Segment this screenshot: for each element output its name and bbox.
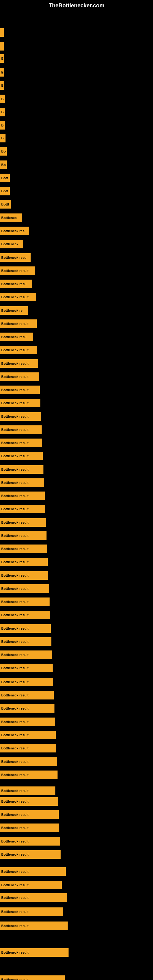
bar-item: Bottleneck result <box>0 731 56 739</box>
bar-item: Bottleneck result <box>0 558 48 566</box>
bar-item: Bottleneck resu <box>0 280 32 288</box>
bar-item: B <box>0 134 5 142</box>
bar-label: Bottleneck result <box>0 505 45 513</box>
bar-item: Bottleneck result <box>0 824 59 832</box>
bar-label: Bottleneck result <box>0 518 46 527</box>
bar-item: B <box>0 108 5 116</box>
bar-item: Bottleneck result <box>0 346 37 354</box>
bar-item: Bottleneck result <box>0 837 60 846</box>
bar-label: Bottleneck result <box>0 663 53 672</box>
bar-item: Bottleneck result <box>0 531 46 540</box>
bar-item: Bottleneck result <box>0 718 55 726</box>
bar-label: Bottleneck result <box>0 452 43 460</box>
bar-label: Bottleneck result <box>0 810 59 819</box>
bar-item: Bottleneck result <box>0 921 68 930</box>
bar-item: Bottl <box>0 200 11 208</box>
bar-item: Bottleneck result <box>0 584 49 593</box>
bar-label: Bottleneck result <box>0 770 57 779</box>
page-wrapper: TheBottlenecker.com EEEBBBBBoBoBottBottB… <box>0 0 153 980</box>
bar-label: Bottleneck result <box>0 412 41 421</box>
bar-item: Bottleneck <box>0 240 23 248</box>
bar-item: Bottleneck result <box>0 399 40 407</box>
bar-label: Bottleneck result <box>0 544 47 553</box>
bar-label: Bo <box>0 161 7 169</box>
bar-item: Bottleneck result <box>0 571 48 580</box>
bar-item: Bottleneck result <box>0 359 38 368</box>
bar-label: E <box>0 81 4 90</box>
bar-item: E <box>0 54 4 63</box>
bar-label: Bo <box>0 147 7 156</box>
bar-label: Bottleneck result <box>0 718 55 726</box>
bar-label: Bottleneck result <box>0 584 49 593</box>
bar-label <box>0 28 4 37</box>
bar-label: E <box>0 54 4 63</box>
bar-label: Bottleneck result <box>0 346 37 354</box>
bar-item: Bott <box>0 187 10 196</box>
bar-item: Bottleneck result <box>0 810 59 819</box>
bar-item: Bottleneck result <box>0 797 58 806</box>
bar-item: Bottleneck result <box>0 372 39 381</box>
bar-item: Bottleneck result <box>0 663 53 672</box>
bar-item: Bottleneck result <box>0 651 52 659</box>
bar-item: Bottleneck result <box>0 544 47 553</box>
bar-label: Bottleneck result <box>0 359 38 368</box>
bar-label: Bottleneck result <box>0 465 43 474</box>
bar-label: Bottleneck <box>0 240 23 248</box>
bar-label: E <box>0 68 4 76</box>
bar-label: B <box>0 95 5 103</box>
bar-item: Bottleneck res <box>0 227 29 235</box>
bar-label: Bottleneck resu <box>0 332 33 341</box>
bar-item: Bottleneck result <box>0 518 46 527</box>
bars-container: EEEBBBBBoBoBottBottBottlBottlenecBottlen… <box>0 11 153 979</box>
bar-label: Bottleneck result <box>0 571 48 580</box>
bar-item: Bottleneck result <box>0 770 57 779</box>
bar-label: Bottleneck result <box>0 439 42 447</box>
bar-label: Bottleneck result <box>0 678 53 686</box>
bar-item: Bottleneck result <box>0 492 45 500</box>
bar-item: Bottlenec <box>0 213 22 222</box>
bar-label: Bottleneck result <box>0 744 56 752</box>
bar-item: Bottleneck result <box>0 948 69 957</box>
bar-item: Bottleneck result <box>0 975 65 980</box>
bar-label: Bottleneck result <box>0 691 54 700</box>
bar-item: Bottleneck result <box>0 320 37 328</box>
bar-label: Bottlenec <box>0 213 22 222</box>
bar-item: Bott <box>0 173 10 182</box>
bar-item: Bottleneck result <box>0 412 41 421</box>
bar-label: Bottleneck resu <box>0 280 32 288</box>
bar-label: Bottleneck result <box>0 824 59 832</box>
bar-label <box>0 42 4 51</box>
bar-item: Bottleneck result <box>0 637 51 646</box>
bar-item: Bottleneck result <box>0 465 43 474</box>
site-title: TheBottlenecker.com <box>0 0 153 11</box>
bar-item: Bottleneck result <box>0 293 36 301</box>
bar-item: Bottleneck result <box>0 757 57 766</box>
bar-item: Bottleneck result <box>0 598 49 606</box>
bar-item: Bottleneck result <box>0 893 67 902</box>
bar-label: Bott <box>0 187 10 196</box>
bar-label: Bottleneck result <box>0 867 66 876</box>
bar-label: Bottleneck result <box>0 704 54 713</box>
bar-item: Bottleneck result <box>0 425 41 434</box>
bar-item: Bo <box>0 147 7 156</box>
bar-label: Bott <box>0 173 10 182</box>
bar-label: Bottleneck result <box>0 611 50 619</box>
bar-label: B <box>0 121 5 130</box>
bar-label: Bottleneck result <box>0 266 35 275</box>
bar-label: Bottleneck result <box>0 492 45 500</box>
bar-item: Bottleneck result <box>0 266 35 275</box>
bar-label: Bottleneck result <box>0 948 69 957</box>
bar-item: Bottleneck result <box>0 850 61 859</box>
bar-item: Bottleneck result <box>0 478 44 487</box>
bar-label: Bottleneck re <box>0 306 28 315</box>
bar-item: Bo <box>0 161 7 169</box>
bar-item: Bottleneck result <box>0 611 50 619</box>
bar-item: Bottleneck result <box>0 867 66 876</box>
bar-item: B <box>0 95 5 103</box>
bar-label: Bottleneck res <box>0 227 29 235</box>
bar-item: Bottleneck result <box>0 691 54 700</box>
bar-label: B <box>0 108 5 116</box>
bar-label: Bottleneck resu <box>0 253 30 262</box>
bar-item <box>0 28 4 37</box>
bar-label: Bottleneck result <box>0 651 52 659</box>
